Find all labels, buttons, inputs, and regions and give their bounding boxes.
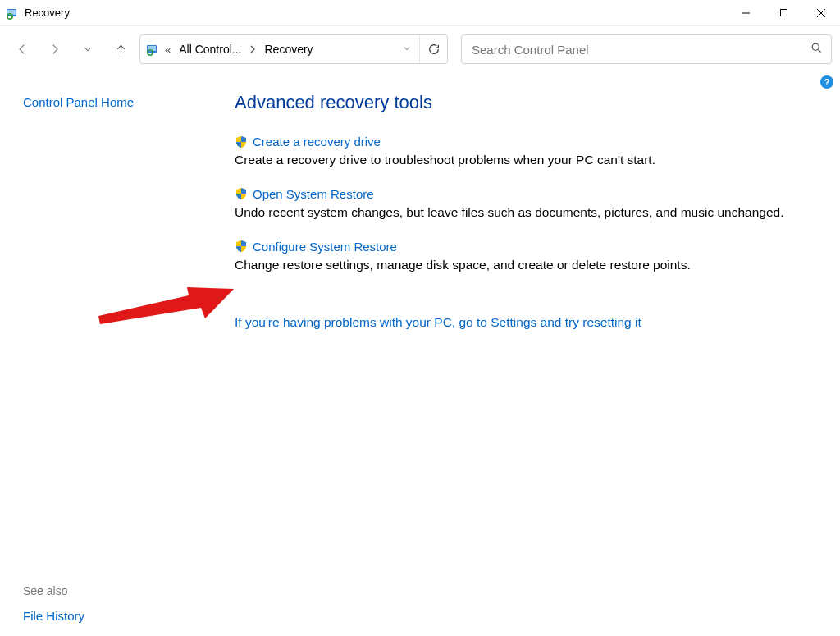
create-recovery-drive-desc: Create a recovery drive to troubleshoot … (235, 152, 815, 169)
open-system-restore-desc: Undo recent system changes, but leave fi… (235, 204, 815, 222)
tool-open-system-restore: Open System Restore Undo recent system c… (235, 187, 815, 222)
minimize-button[interactable] (727, 0, 765, 26)
reset-pc-link[interactable]: If you're having problems with your PC, … (235, 315, 641, 330)
page-heading: Advanced recovery tools (235, 92, 815, 113)
breadcrumb-current[interactable]: Recovery (261, 43, 316, 56)
sidebar: Control Panel Home See also File History (0, 72, 205, 636)
shield-icon (235, 187, 248, 200)
window-title: Recovery (25, 7, 70, 19)
svg-line-11 (818, 49, 820, 52)
back-button[interactable] (8, 35, 36, 63)
search-icon[interactable] (810, 42, 823, 57)
up-button[interactable] (107, 35, 135, 63)
file-history-link[interactable]: File History (23, 609, 192, 623)
shield-icon (235, 240, 248, 253)
address-bar[interactable]: « All Control... Recovery (139, 34, 448, 64)
maximize-button[interactable] (765, 0, 802, 26)
shield-icon (235, 135, 248, 149)
tool-create-recovery-drive: Create a recovery drive Create a recover… (235, 135, 815, 169)
create-recovery-drive-link[interactable]: Create a recovery drive (253, 135, 381, 149)
open-system-restore-link[interactable]: Open System Restore (253, 187, 374, 201)
forward-button[interactable] (41, 35, 69, 63)
main-content: Advanced recovery tools Create a recover… (205, 72, 840, 636)
configure-system-restore-desc: Change restore settings, manage disk spa… (235, 257, 815, 274)
tool-configure-system-restore: Configure System Restore Change restore … (235, 240, 815, 274)
address-dropdown-button[interactable] (398, 43, 416, 56)
refresh-button[interactable] (419, 35, 442, 63)
navigation-toolbar: « All Control... Recovery (0, 26, 840, 72)
search-input[interactable] (470, 42, 810, 57)
svg-point-10 (812, 43, 819, 50)
breadcrumb-overflow-icon[interactable]: « (163, 43, 172, 56)
breadcrumb-parent[interactable]: All Control... (176, 43, 244, 56)
recent-locations-button[interactable] (74, 35, 102, 63)
title-bar: Recovery (0, 0, 840, 26)
content-body: ? Control Panel Home See also File Histo… (0, 72, 840, 636)
see-also-label: See also (23, 584, 192, 597)
close-button[interactable] (802, 0, 840, 26)
recovery-breadcrumb-icon (145, 42, 160, 57)
configure-system-restore-link[interactable]: Configure System Restore (253, 240, 397, 254)
search-box[interactable] (461, 34, 832, 64)
recovery-app-icon (5, 6, 20, 21)
svg-rect-4 (780, 10, 787, 16)
control-panel-home-link[interactable]: Control Panel Home (23, 95, 192, 109)
breadcrumb-separator-icon[interactable] (248, 43, 258, 56)
